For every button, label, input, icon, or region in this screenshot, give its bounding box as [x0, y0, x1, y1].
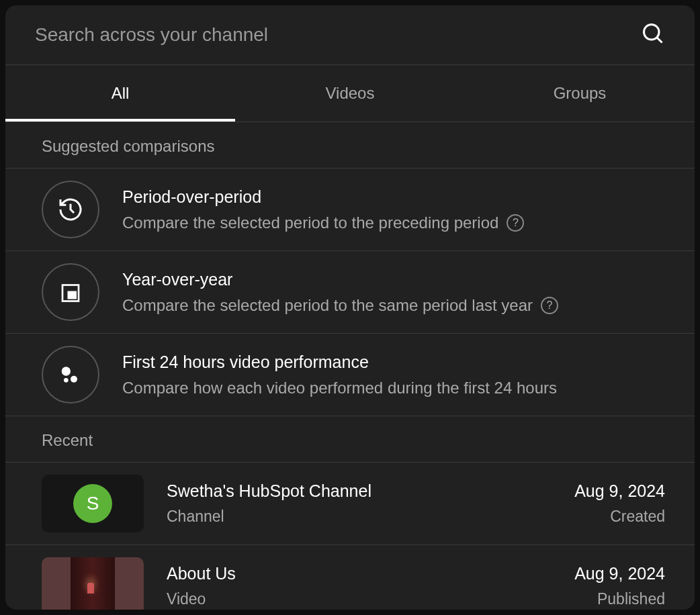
recent-item-channel[interactable]: S Swetha's HubSpot Channel Channel Aug 9… [5, 462, 695, 545]
recent-meta: Aug 9, 2024 Published [574, 564, 665, 608]
recent-meta: Aug 9, 2024 Created [574, 481, 665, 526]
tab-all[interactable]: All [5, 65, 235, 122]
suggestion-period-over-period[interactable]: Period-over-period Compare the selected … [5, 168, 695, 250]
suggestion-text: Period-over-period Compare the selected … [122, 187, 665, 232]
suggestion-desc-text: Compare the selected period to the prece… [122, 214, 498, 232]
suggestion-first-24-hours[interactable]: First 24 hours video performance Compare… [5, 333, 695, 416]
svg-point-5 [71, 376, 77, 383]
channel-thumbnail: S [42, 475, 144, 532]
recent-text: Swetha's HubSpot Channel Channel [167, 481, 574, 526]
recent-status: Created [574, 508, 665, 526]
suggestion-desc: Compare how each video performed during … [122, 379, 665, 397]
recent-subtitle: Channel [167, 508, 574, 526]
suggestion-year-over-year[interactable]: Year-over-year Compare the selected peri… [5, 250, 695, 333]
suggestion-desc: Compare the selected period to the prece… [122, 214, 665, 232]
recent-text: About Us Video [167, 564, 574, 608]
recent-item-video[interactable]: About Us Video Aug 9, 2024 Published [5, 545, 695, 610]
video-thumbnail [42, 557, 144, 610]
suggestion-title: Year-over-year [122, 270, 665, 289]
suggestion-desc-text: Compare how each video performed during … [122, 379, 557, 397]
svg-line-1 [657, 38, 662, 43]
recent-date: Aug 9, 2024 [574, 481, 665, 501]
svg-point-0 [644, 25, 660, 40]
recent-title: Swetha's HubSpot Channel [167, 481, 574, 501]
search-input[interactable] [35, 24, 641, 46]
recent-date: Aug 9, 2024 [574, 564, 665, 583]
search-icon[interactable] [641, 21, 665, 48]
recent-status: Published [574, 590, 665, 608]
recent-list: S Swetha's HubSpot Channel Channel Aug 9… [5, 462, 695, 610]
search-bar [5, 5, 695, 65]
suggestion-title: Period-over-period [122, 187, 665, 207]
suggestion-text: First 24 hours video performance Compare… [122, 352, 665, 397]
avatar: S [73, 484, 112, 523]
suggested-comparisons-header: Suggested comparisons [5, 122, 695, 168]
help-icon[interactable]: ? [541, 297, 558, 314]
history-icon [42, 181, 99, 238]
recent-header: Recent [5, 416, 695, 462]
help-icon[interactable]: ? [507, 214, 524, 232]
bubble-chart-icon [42, 346, 99, 404]
search-panel: All Videos Groups Suggested comparisons … [5, 5, 695, 610]
tabs: All Videos Groups [5, 65, 695, 122]
suggestion-title: First 24 hours video performance [122, 352, 665, 372]
tab-videos[interactable]: Videos [235, 65, 465, 122]
recent-subtitle: Video [167, 590, 574, 608]
svg-point-6 [64, 378, 69, 383]
suggestion-list: Period-over-period Compare the selected … [5, 168, 695, 416]
svg-point-4 [62, 367, 71, 375]
tab-groups[interactable]: Groups [465, 65, 695, 122]
suggestion-desc: Compare the selected period to the same … [122, 296, 665, 315]
calendar-icon [42, 263, 99, 321]
suggestion-text: Year-over-year Compare the selected peri… [122, 270, 665, 315]
recent-title: About Us [167, 564, 574, 583]
suggestion-desc-text: Compare the selected period to the same … [122, 296, 533, 315]
svg-rect-3 [68, 291, 77, 299]
